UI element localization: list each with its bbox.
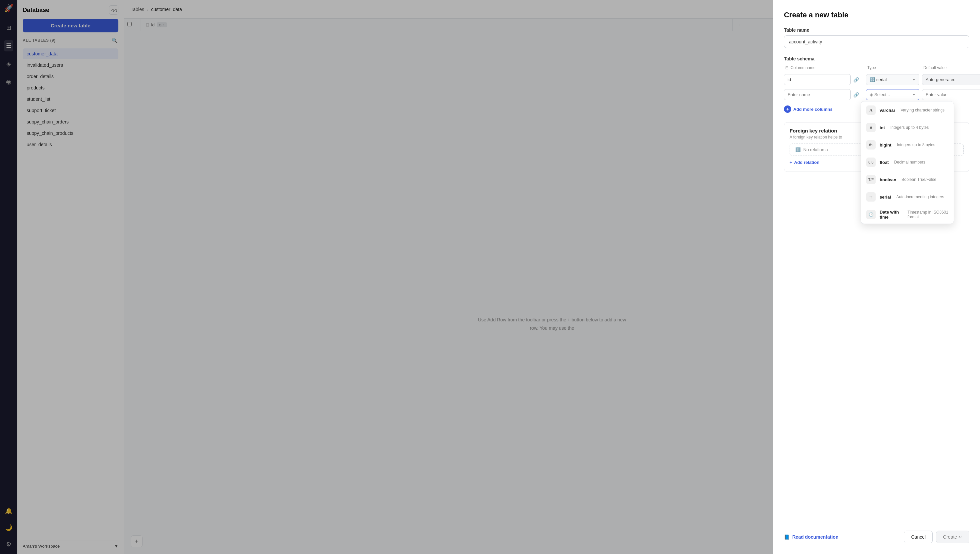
info-icon: ℹ️ <box>795 147 800 152</box>
int-icon: # <box>866 123 876 132</box>
add-col-plus-icon: + <box>784 105 791 113</box>
table-schema-section: Table schema ⊟ Column name Type Default … <box>784 56 969 114</box>
type-select-1[interactable]: 🔢 serial ▼ <box>866 74 919 85</box>
modal-footer: 📘 Read documentation Cancel Create ↵ <box>784 525 969 543</box>
col-name-icon: ⊟ <box>785 65 789 70</box>
dropdown-item-boolean[interactable]: T/F boolean Boolean True/False <box>861 171 954 188</box>
schema-row-2: 🔗 ◈ Select... ▼ NULL ⋮ A varchar Varying… <box>784 89 969 100</box>
datetime-icon: 🕐 <box>866 210 876 219</box>
dropdown-item-serial[interactable]: ↑↑ serial Auto-incrementing integers <box>861 188 954 206</box>
float-icon: 0.0 <box>866 158 876 167</box>
schema-row-1: 🔗 🔢 serial ▼ ✓ NOT NULL ⋮ <box>784 74 969 85</box>
modal-overlay: Create a new table Table name Table sche… <box>0 0 980 554</box>
col-name-header: ⊟ Column name <box>785 65 852 70</box>
add-more-columns-label: Add more columns <box>793 107 833 112</box>
col-name-input-2[interactable] <box>784 89 851 100</box>
type-chevron-1: ▼ <box>912 78 916 81</box>
type-dropdown: A varchar Varying character strings # in… <box>861 101 954 224</box>
dropdown-item-int[interactable]: # int Integers up to 4 bytes <box>861 119 954 136</box>
default-value-input-1 <box>922 74 980 85</box>
varchar-icon: A <box>866 105 876 115</box>
no-relation-text: No relation a <box>803 147 828 152</box>
default-value-input-2[interactable] <box>922 89 980 100</box>
table-schema-label: Table schema <box>784 56 969 61</box>
type-label-1: serial <box>875 77 912 82</box>
schema-headers: ⊟ Column name Type Default value Primary <box>784 65 969 70</box>
type-chevron-2: ▼ <box>912 93 916 96</box>
default-value-header: Default value <box>923 65 980 70</box>
table-name-label: Table name <box>784 27 969 33</box>
table-name-section: Table name <box>784 27 969 48</box>
doc-label: Read documentation <box>792 534 838 540</box>
add-relation-plus-icon: + <box>790 160 792 165</box>
type-select-2[interactable]: ◈ Select... ▼ <box>866 89 919 100</box>
table-name-input[interactable] <box>784 35 969 48</box>
serial-icon: ↑↑ <box>866 192 876 201</box>
type-icon-serial: 🔢 <box>870 77 875 82</box>
modal-title: Create a new table <box>784 11 969 19</box>
dropdown-item-bigint[interactable]: #~ bigint Integers up to 8 bytes <box>861 136 954 153</box>
col-name-input-1[interactable] <box>784 74 851 85</box>
create-table-modal: Create a new table Table name Table sche… <box>773 0 980 554</box>
dropdown-item-datetime[interactable]: 🕐 Date with time Timestamp in ISO8601 fo… <box>861 206 954 224</box>
boolean-icon: T/F <box>866 175 876 184</box>
footer-actions: Cancel Create ↵ <box>904 531 969 543</box>
dropdown-item-varchar[interactable]: A varchar Varying character strings <box>861 101 954 119</box>
link-icon-1: 🔗 <box>853 77 863 82</box>
bigint-icon: #~ <box>866 140 876 150</box>
type-select-placeholder: Select... <box>873 92 912 97</box>
doc-icon: 📘 <box>784 534 790 540</box>
link-icon-2: 🔗 <box>853 92 863 97</box>
dropdown-item-float[interactable]: 0.0 float Decimal numbers <box>861 153 954 171</box>
create-button[interactable]: Create ↵ <box>936 531 969 543</box>
type-select-icon: ◈ <box>870 92 873 97</box>
cancel-button[interactable]: Cancel <box>904 531 933 543</box>
read-documentation-link[interactable]: 📘 Read documentation <box>784 534 838 540</box>
add-relation-label: Add relation <box>794 160 819 165</box>
type-header: Type <box>867 65 921 70</box>
